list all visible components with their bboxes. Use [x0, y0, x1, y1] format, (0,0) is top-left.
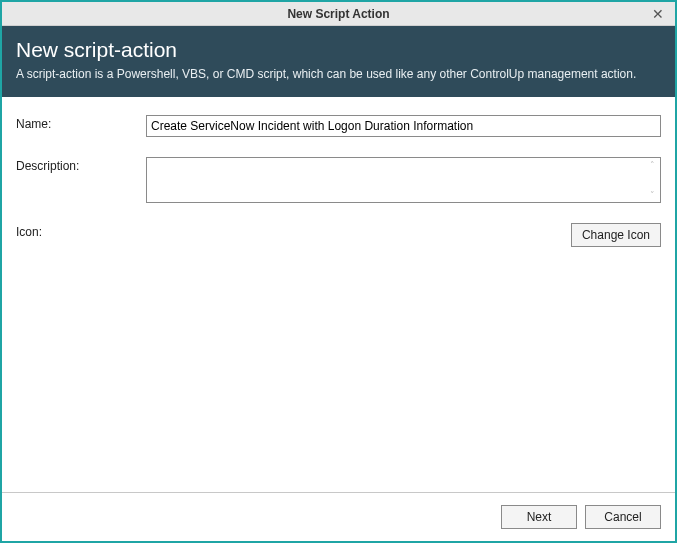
- cancel-button[interactable]: Cancel: [585, 505, 661, 529]
- description-textarea-wrap: ˄ ˅: [146, 157, 661, 203]
- name-input[interactable]: [146, 115, 661, 137]
- name-label: Name:: [16, 115, 146, 131]
- page-heading: New script-action: [16, 38, 661, 62]
- window-title: New Script Action: [287, 7, 389, 21]
- change-icon-button[interactable]: Change Icon: [571, 223, 661, 247]
- textarea-scrollbar[interactable]: ˄ ˅: [644, 158, 660, 202]
- description-input[interactable]: [147, 158, 644, 202]
- icon-row: Icon: Change Icon: [16, 223, 661, 247]
- page-description: A script-action is a Powershell, VBS, or…: [16, 66, 661, 83]
- titlebar: New Script Action ✕: [2, 2, 675, 26]
- dialog-window: New Script Action ✕ New script-action A …: [0, 0, 677, 543]
- icon-field-wrap: Change Icon: [146, 223, 661, 247]
- description-label: Description:: [16, 157, 146, 173]
- next-button[interactable]: Next: [501, 505, 577, 529]
- close-button[interactable]: ✕: [641, 2, 675, 26]
- chevron-down-icon: ˅: [650, 190, 655, 200]
- icon-label: Icon:: [16, 223, 146, 239]
- description-field-wrap: ˄ ˅: [146, 157, 661, 203]
- chevron-up-icon: ˄: [650, 160, 655, 170]
- name-field-wrap: [146, 115, 661, 137]
- close-icon: ✕: [652, 6, 664, 22]
- footer: Next Cancel: [2, 492, 675, 541]
- content-area: Name: Description: ˄ ˅ Icon: Change Ico: [2, 97, 675, 492]
- name-row: Name:: [16, 115, 661, 137]
- header-panel: New script-action A script-action is a P…: [2, 26, 675, 97]
- description-row: Description: ˄ ˅: [16, 157, 661, 203]
